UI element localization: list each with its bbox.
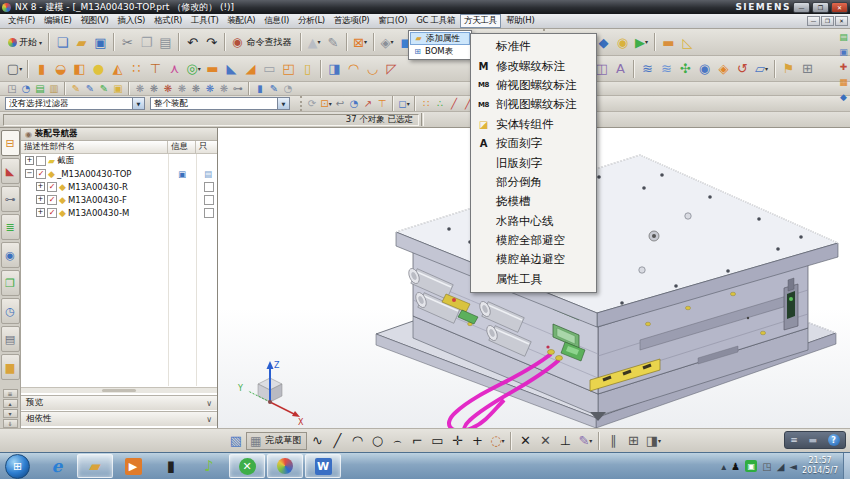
visibility-checkbox[interactable]: ✓ bbox=[47, 195, 57, 205]
volume-2-button[interactable]: ✎ bbox=[267, 83, 281, 95]
resource-scroll-end-button[interactable]: ⇓ bbox=[3, 419, 18, 428]
taskbar-music-button[interactable]: ♪ bbox=[191, 454, 227, 478]
sketch-task-button[interactable]: ▧ bbox=[226, 431, 246, 451]
paste-button[interactable]: ▤ bbox=[156, 33, 175, 52]
restore-button[interactable]: ❐ bbox=[812, 2, 829, 13]
dock-menu-icon[interactable]: ≡ bbox=[790, 435, 798, 445]
expand-toggle-icon[interactable]: + bbox=[36, 208, 45, 217]
menubar-item-8[interactable]: 分析(L) bbox=[294, 14, 329, 28]
tab-reuse-examples[interactable]: ❐ bbox=[1, 270, 20, 296]
edit-folder-button[interactable]: ✎ bbox=[69, 83, 83, 95]
bend-button[interactable]: ◢ bbox=[241, 59, 260, 78]
help-icon[interactable]: ? bbox=[828, 434, 840, 446]
menubar-item-4[interactable]: 格式(R) bbox=[150, 14, 186, 28]
expand-toggle-icon[interactable]: − bbox=[25, 169, 34, 178]
expand-toggle-icon[interactable]: + bbox=[25, 156, 34, 165]
taskbar-media-button[interactable]: ▶ bbox=[115, 454, 151, 478]
snap-line-button[interactable]: ╱ bbox=[447, 98, 461, 110]
menu-item-添加属性[interactable]: ▰添加属性 bbox=[410, 32, 470, 45]
strip-gem-button[interactable]: ◆ bbox=[838, 91, 849, 104]
tab-web-browser[interactable]: ◉ bbox=[1, 242, 20, 268]
select-vector-button[interactable]: ↗ bbox=[361, 98, 375, 110]
tray-qq-icon[interactable]: ♟ bbox=[731, 461, 740, 472]
refresh-selection-button[interactable]: ⟳ bbox=[305, 98, 319, 110]
taskbar-word-button[interactable]: W bbox=[305, 454, 341, 478]
visibility-checkbox[interactable]: ✓ bbox=[47, 208, 57, 218]
taskbar-nx-button[interactable] bbox=[267, 454, 303, 478]
menubar-item-3[interactable]: 插入(S) bbox=[114, 14, 150, 28]
display-mode-button[interactable]: ◈▾ bbox=[378, 33, 397, 52]
submenu-item-部分倒角[interactable]: 部分倒角 bbox=[471, 173, 596, 192]
show-desktop-button[interactable] bbox=[843, 453, 850, 479]
marquee-select-button[interactable]: ◻▾ bbox=[397, 98, 411, 110]
cylinder-button[interactable]: ▯ bbox=[298, 59, 317, 78]
resource-pin-button[interactable]: ≡ bbox=[3, 389, 18, 398]
menubar-item-9[interactable]: 首选项(P) bbox=[330, 14, 373, 28]
tree-row-M13A00430-M[interactable]: +✓◆M13A00430-M bbox=[21, 206, 217, 219]
revolve-surface-button[interactable]: ↺ bbox=[733, 59, 752, 78]
boss-button[interactable]: ⊤ bbox=[146, 59, 165, 78]
view-options-button[interactable]: ◉ bbox=[613, 33, 632, 52]
pad-button[interactable]: ▬ bbox=[203, 59, 222, 78]
globe-view-button[interactable]: ◔ bbox=[19, 83, 33, 95]
volume-1-button[interactable]: ▮ bbox=[253, 83, 267, 95]
pattern-feature-button[interactable]: ∷ bbox=[127, 59, 146, 78]
tooling-5-button[interactable]: ❋ bbox=[189, 83, 203, 95]
submenu-item-修改螺纹标注[interactable]: M修改螺纹标注 bbox=[471, 56, 596, 75]
taskbar-device-button[interactable]: ▮ bbox=[153, 454, 189, 478]
readonly-checkbox[interactable] bbox=[204, 195, 214, 205]
through-curves-button[interactable]: ≋ bbox=[638, 59, 657, 78]
tooling-7-button[interactable]: ❋ bbox=[217, 83, 231, 95]
select-tool-button[interactable]: ⊤ bbox=[375, 98, 389, 110]
line-button[interactable]: ╱ bbox=[327, 431, 347, 451]
constraints-button[interactable]: ✎▾ bbox=[575, 431, 595, 451]
expand-toggle-icon[interactable]: + bbox=[36, 182, 45, 191]
make-corner-button[interactable]: ⊥ bbox=[555, 431, 575, 451]
submenu-item-模腔单边避空[interactable]: 模腔单边避空 bbox=[471, 250, 596, 269]
subtract-button[interactable]: ◠ bbox=[344, 59, 363, 78]
submenu-item-旧版刻字[interactable]: 旧版刻字 bbox=[471, 153, 596, 172]
command-finder-button[interactable]: ◉命令查找器 bbox=[229, 32, 296, 52]
quick-extend-button[interactable]: ✕ bbox=[535, 431, 555, 451]
submenu-item-模腔全部避空[interactable]: 模腔全部避空 bbox=[471, 231, 596, 250]
submenu-item-按面刻字[interactable]: A按面刻字 bbox=[471, 134, 596, 153]
cavity-button[interactable]: ◰ bbox=[279, 59, 298, 78]
annotate-button[interactable]: ✎ bbox=[324, 33, 343, 52]
menubar-item-7[interactable]: 信息(I) bbox=[260, 14, 293, 28]
intersect-button[interactable]: ◡ bbox=[363, 59, 382, 78]
tab-part-navigator[interactable]: ⊶ bbox=[1, 186, 20, 212]
new-file-button[interactable]: ❏ bbox=[53, 33, 72, 52]
taskbar-wps-button[interactable]: ✕ bbox=[229, 454, 265, 478]
window-layout-button[interactable]: ⊠▾ bbox=[351, 33, 370, 52]
tooling-6-button[interactable]: ❋ bbox=[203, 83, 217, 95]
submenu-item-标准件[interactable]: 标准件 bbox=[471, 37, 596, 56]
tooling-3-button[interactable]: ❋ bbox=[161, 83, 175, 95]
snap-midpoint-button[interactable]: ∴ bbox=[433, 98, 447, 110]
dependencies-panel-header[interactable]: 相依性 ∨ bbox=[21, 411, 217, 426]
grid-button[interactable]: ⊞ bbox=[623, 431, 643, 451]
catalog-button[interactable]: ▥ bbox=[47, 83, 61, 95]
cone-button[interactable]: ◭ bbox=[108, 59, 127, 78]
profile-button[interactable]: ∿ bbox=[307, 431, 327, 451]
submenu-item-属性工具[interactable]: 属性工具 bbox=[471, 270, 596, 289]
fillet-button[interactable]: ⌢ bbox=[387, 431, 407, 451]
visibility-checkbox[interactable] bbox=[36, 156, 46, 166]
column-readonly[interactable]: 只 bbox=[196, 141, 217, 153]
edit-sketch-button[interactable]: ✎ bbox=[83, 83, 97, 95]
notebook-button[interactable]: ▤ bbox=[33, 83, 47, 95]
select-compass-button[interactable]: ◔ bbox=[347, 98, 361, 110]
resource-scroll-up-button[interactable]: ▴ bbox=[3, 399, 18, 408]
extrude-button[interactable]: ▮ bbox=[32, 59, 51, 78]
taskbar-clock[interactable]: 21:57 2014/5/7 bbox=[802, 456, 838, 476]
tree-row-M13A00430-F[interactable]: +✓◆M13A00430-F bbox=[21, 193, 217, 206]
submenu-item-俯视图螺纹标注[interactable]: M8俯视图螺纹标注 bbox=[471, 76, 596, 95]
part-table-button[interactable]: ⊞ bbox=[798, 59, 817, 78]
chevron-down-icon[interactable]: ∨ bbox=[206, 415, 212, 424]
arc-button[interactable]: ◠ bbox=[347, 431, 367, 451]
menubar-item-6[interactable]: 装配(A) bbox=[223, 14, 259, 28]
menu-item-BOM表[interactable]: ⊞BOM表 bbox=[410, 45, 470, 58]
tooling-1-button[interactable]: ❋ bbox=[133, 83, 147, 95]
menubar-item-1[interactable]: 编辑(E) bbox=[40, 14, 76, 28]
wedge-button[interactable]: ◣ bbox=[222, 59, 241, 78]
reattach-button[interactable]: ◨▾ bbox=[643, 431, 663, 451]
